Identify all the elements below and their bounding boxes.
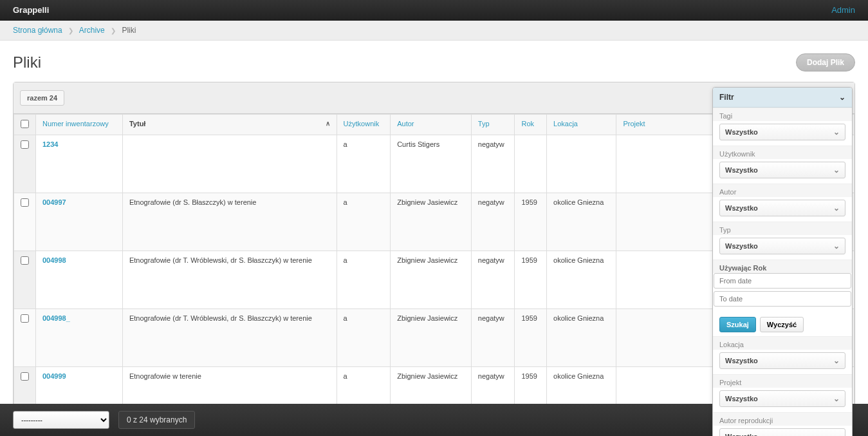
filter-clear-button[interactable]: Wyczyść [760,317,804,332]
cell-projekt [616,135,722,193]
cell-uzytkownik: a [337,135,391,193]
breadcrumb-current: Pliki [122,26,136,35]
cell-lokacja [547,135,616,193]
inventory-link[interactable]: 1234 [42,140,58,148]
cell-uzytkownik: a [337,251,391,309]
filter-typ-select[interactable]: Wszystko [719,238,845,254]
col-lokacja[interactable]: Lokacja [547,115,616,135]
cell-projekt [616,193,722,251]
filter-panel: Filtr ⌄ Tagi Wszystko Użytkownik Wszystk… [712,87,853,436]
cell-lokacja: okolice Gniezna [547,193,616,251]
cell-uzytkownik: a [337,309,391,367]
chevron-right-icon: ❯ [111,27,116,34]
col-uzytkownik[interactable]: Użytkownik [337,115,391,135]
cell-projekt [616,251,722,309]
breadcrumb: Strona główna ❯ Archive ❯ Pliki [0,21,868,41]
col-numer[interactable]: Numer inwentarzowy [36,115,123,135]
cell-projekt [616,309,722,367]
cell-tytul [122,135,337,193]
filter-uzytkownik-select[interactable]: Wszystko [719,162,845,178]
inventory-link[interactable]: 004997 [42,198,66,206]
filter-from-date[interactable] [714,273,851,289]
filter-autor-repr-label: Autor reprodukcji [713,413,852,426]
filter-tagi-select[interactable]: Wszystko [719,124,845,140]
filter-lokacja-select[interactable]: Wszystko [719,352,845,369]
filter-lokacja-label: Lokacja [713,337,852,350]
topbar: Grappelli Admin [0,0,868,21]
row-checkbox[interactable] [21,256,29,265]
cell-autor: Zbigniew Jasiewicz [391,309,472,367]
filter-projekt-select[interactable]: Wszystko [719,390,845,407]
cell-rok: 1959 [515,251,547,309]
filter-search-button[interactable]: Szukaj [719,317,756,332]
col-rok[interactable]: Rok [515,115,547,135]
breadcrumb-archive[interactable]: Archive [79,26,105,35]
cell-autor: Zbigniew Jasiewicz [391,251,472,309]
select-all-checkbox[interactable] [21,120,29,128]
cell-rok: 1959 [515,309,547,367]
col-tytul-label: Tytuł [129,120,145,128]
cell-typ: negatyw [471,193,515,251]
row-checkbox[interactable] [21,314,29,323]
col-typ[interactable]: Typ [471,115,515,135]
filter-to-date[interactable] [714,291,851,307]
row-checkbox[interactable] [21,198,29,207]
col-autor[interactable]: Autor [391,115,472,135]
filter-rok-label: Używając Rok [713,260,852,273]
cell-autor: Curtis Stigers [391,135,472,193]
cell-rok [515,135,547,193]
admin-link[interactable]: Admin [831,5,855,15]
add-plik-button[interactable]: Dodaj Plik [796,53,855,71]
action-select[interactable]: --------- [13,411,109,429]
cell-uzytkownik: a [337,193,391,251]
cell-tytul: Etnografowie (dr T. Wróblewski, dr S. Bł… [122,309,337,367]
cell-tytul: Etnografowie (dr T. Wróblewski, dr S. Bł… [122,251,337,309]
cell-typ: negatyw [471,309,515,367]
selection-count: 0 z 24 wybranych [118,411,195,429]
chevron-right-icon: ❯ [68,27,73,34]
count-label: razem 24 [20,90,64,106]
filter-tagi-label: Tagi [713,108,852,121]
filter-header[interactable]: Filtr ⌄ [713,88,852,108]
filter-autor-select[interactable]: Wszystko [719,200,845,216]
cell-lokacja: okolice Gniezna [547,251,616,309]
inventory-link[interactable]: 004998 [42,256,66,264]
inventory-link[interactable]: 004998_ [42,314,70,322]
sort-asc-icon: ∧ [326,120,330,127]
cell-rok: 1959 [515,193,547,251]
cell-tytul: Etnografowie (dr S. Błaszczyk) w terenie [122,193,337,251]
row-checkbox[interactable] [21,372,29,381]
filter-autor-label: Autor [713,184,852,197]
filter-uzytkownik-label: Użytkownik [713,146,852,159]
col-tytul[interactable]: Tytuł∧ [122,115,337,135]
cell-lokacja: okolice Gniezna [547,309,616,367]
filter-title: Filtr [719,93,734,102]
cell-autor: Zbigniew Jasiewicz [391,193,472,251]
filter-autor-repr-select[interactable]: Wszystko [719,428,845,436]
filter-projekt-label: Projekt [713,375,852,388]
breadcrumb-home[interactable]: Strona główna [13,26,62,35]
brand[interactable]: Grappelli [13,5,49,15]
inventory-link[interactable]: 004999 [42,372,66,380]
cell-typ: negatyw [471,251,515,309]
row-checkbox[interactable] [21,140,29,149]
cell-typ: negatyw [471,135,515,193]
chevron-down-icon: ⌄ [839,93,845,102]
page-title: Pliki [13,53,41,71]
select-all-header[interactable] [14,115,36,135]
filter-typ-label: Typ [713,222,852,235]
col-projekt[interactable]: Projekt [616,115,722,135]
